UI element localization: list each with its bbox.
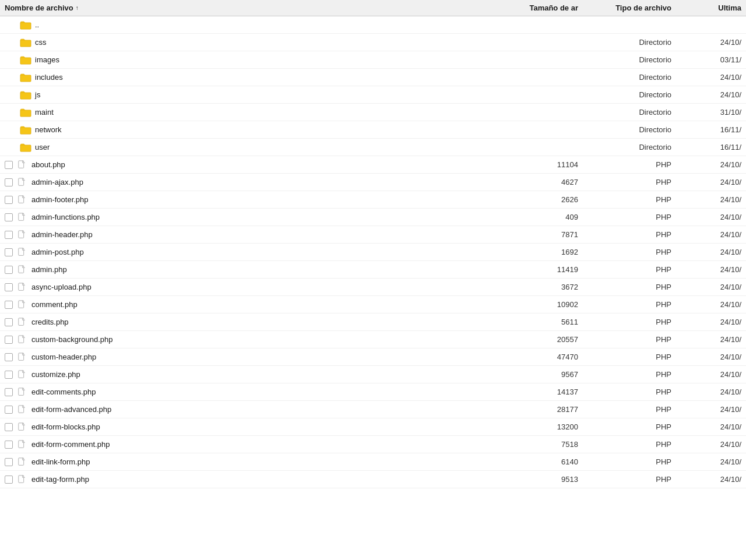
file-type-cell: PHP (578, 405, 671, 414)
table-row[interactable]: includesDirectorio24/10/ (0, 69, 746, 86)
file-checkbox[interactable] (5, 213, 13, 221)
file-checkbox[interactable] (5, 406, 13, 414)
table-row[interactable]: about.php11104PHP24/10/ (0, 156, 746, 174)
file-date-cell: 24/10/ (671, 265, 741, 274)
file-icon (16, 283, 28, 292)
file-checkbox[interactable] (5, 336, 13, 344)
file-checkbox[interactable] (5, 266, 13, 274)
table-row[interactable]: edit-form-blocks.php13200PHP24/10/ (0, 418, 746, 436)
file-checkbox[interactable] (5, 196, 13, 204)
file-size-cell: 20557 (508, 335, 578, 344)
file-date-cell: 24/10/ (671, 318, 741, 326)
file-checkbox[interactable] (5, 423, 13, 431)
header-date-label: Ultima (718, 3, 741, 12)
table-row[interactable]: custom-background.php20557PHP24/10/ (0, 331, 746, 348)
file-type-cell: PHP (578, 457, 671, 466)
table-row[interactable]: edit-comments.php14137PHP24/10/ (0, 383, 746, 401)
filename-text: includes (35, 73, 63, 82)
file-icon (16, 440, 28, 449)
file-checkbox[interactable] (5, 283, 13, 291)
file-type-cell: Directorio (578, 143, 671, 152)
table-row[interactable]: cssDirectorio24/10/ (0, 34, 746, 51)
header-size-col[interactable]: Tamaño de ar (508, 3, 578, 12)
filename-text: edit-form-blocks.php (31, 422, 100, 431)
file-date-cell: 24/10/ (671, 73, 741, 82)
table-row[interactable]: edit-form-advanced.php28177PHP24/10/ (0, 401, 746, 418)
file-name-cell: images (5, 55, 508, 65)
table-row[interactable]: customize.php9567PHP24/10/ (0, 366, 746, 383)
file-size-cell: 6140 (508, 457, 578, 466)
file-name-cell: edit-form-blocks.php (5, 422, 508, 432)
table-row[interactable]: userDirectorio16/11/ (0, 139, 746, 156)
table-row[interactable]: custom-header.php47470PHP24/10/ (0, 348, 746, 366)
header-name-col[interactable]: Nombre de archivo ↑ (5, 3, 508, 12)
file-checkbox[interactable] (5, 476, 13, 484)
file-size-cell: 9513 (508, 475, 578, 484)
table-row[interactable]: credits.php5611PHP24/10/ (0, 314, 746, 331)
table-row[interactable]: comment.php10902PHP24/10/ (0, 296, 746, 314)
table-row[interactable]: .. (0, 16, 746, 34)
file-type-cell: PHP (578, 353, 671, 361)
file-checkbox[interactable] (5, 318, 13, 326)
table-row[interactable]: edit-tag-form.php9513PHP24/10/ (0, 471, 746, 488)
file-name-cell: edit-form-advanced.php (5, 405, 508, 414)
file-list: .. cssDirectorio24/10/ imagesDirectorio0… (0, 16, 746, 488)
file-size-cell: 4627 (508, 178, 578, 186)
file-checkbox[interactable] (5, 231, 13, 239)
file-name-cell: network (5, 125, 508, 135)
file-date-cell: 24/10/ (671, 195, 741, 204)
table-header: Nombre de archivo ↑ Tamaño de ar Tipo de… (0, 0, 746, 16)
file-type-cell: Directorio (578, 55, 671, 64)
header-type-col[interactable]: Tipo de archivo (578, 3, 671, 12)
file-checkbox[interactable] (5, 441, 13, 449)
header-type-label: Tipo de archivo (615, 3, 671, 12)
table-row[interactable]: admin-functions.php409PHP24/10/ (0, 209, 746, 226)
filename-text: admin-functions.php (31, 213, 100, 221)
file-date-cell: 16/11/ (671, 143, 741, 152)
file-type-cell: PHP (578, 283, 671, 291)
file-date-cell: 24/10/ (671, 440, 741, 449)
file-name-cell: custom-header.php (5, 353, 508, 362)
table-row[interactable]: async-upload.php3672PHP24/10/ (0, 279, 746, 296)
table-row[interactable]: admin-header.php7871PHP24/10/ (0, 226, 746, 244)
table-row[interactable]: imagesDirectorio03/11/ (0, 51, 746, 69)
header-name-label: Nombre de archivo (5, 3, 73, 12)
table-row[interactable]: admin.php11419PHP24/10/ (0, 261, 746, 279)
file-date-cell: 24/10/ (671, 160, 741, 169)
file-checkbox[interactable] (5, 458, 13, 466)
table-row[interactable]: admin-ajax.php4627PHP24/10/ (0, 174, 746, 191)
file-name-cell: edit-link-form.php (5, 457, 508, 467)
filename-text: maint (35, 108, 54, 117)
file-name-cell: credits.php (5, 318, 508, 327)
filename-text: custom-background.php (31, 335, 112, 344)
table-row[interactable]: edit-link-form.php6140PHP24/10/ (0, 453, 746, 471)
table-row[interactable]: edit-form-comment.php7518PHP24/10/ (0, 436, 746, 453)
file-date-cell: 24/10/ (671, 300, 741, 309)
file-checkbox[interactable] (5, 161, 13, 169)
file-checkbox[interactable] (5, 248, 13, 256)
file-name-cell: async-upload.php (5, 283, 508, 292)
file-checkbox[interactable] (5, 301, 13, 309)
filename-text: edit-form-comment.php (31, 440, 110, 449)
file-type-cell: Directorio (578, 90, 671, 99)
header-date-col[interactable]: Ultima (671, 3, 741, 12)
table-row[interactable]: admin-post.php1692PHP24/10/ (0, 244, 746, 261)
file-checkbox[interactable] (5, 353, 13, 361)
file-name-cell: admin-header.php (5, 230, 508, 240)
table-row[interactable]: admin-footer.php2626PHP24/10/ (0, 191, 746, 209)
table-row[interactable]: maintDirectorio31/10/ (0, 104, 746, 121)
file-date-cell: 24/10/ (671, 405, 741, 414)
file-name-cell: edit-tag-form.php (5, 475, 508, 484)
file-date-cell: 24/10/ (671, 422, 741, 431)
file-size-cell: 3672 (508, 283, 578, 291)
filename-text: edit-comments.php (31, 388, 96, 396)
file-checkbox[interactable] (5, 371, 13, 379)
file-name-cell: about.php (5, 160, 508, 170)
file-size-cell: 11419 (508, 265, 578, 274)
table-row[interactable]: networkDirectorio16/11/ (0, 121, 746, 139)
file-icon (16, 300, 28, 309)
file-checkbox[interactable] (5, 388, 13, 396)
table-row[interactable]: jsDirectorio24/10/ (0, 86, 746, 104)
file-checkbox[interactable] (5, 178, 13, 186)
filename-text: network (35, 125, 62, 134)
